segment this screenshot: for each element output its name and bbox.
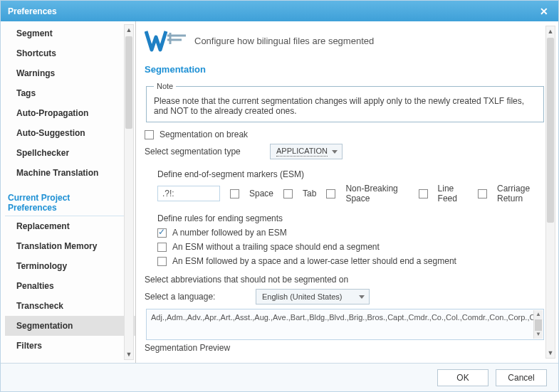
label-seg-on-break: Segmentation on break <box>160 129 248 139</box>
content-header: Configure how bilingual files are segmen… <box>145 26 545 60</box>
scroll-thumb[interactable] <box>535 319 542 331</box>
scroll-up-icon[interactable]: ▲ <box>125 25 133 35</box>
sidebar-item-shortcuts[interactable]: Shortcuts <box>5 43 135 63</box>
label-cr: Carriage Return <box>497 184 545 203</box>
wordfast-logo-icon <box>145 28 187 53</box>
rules-title: Define rules for ending segments <box>157 213 545 223</box>
ok-button[interactable]: OK <box>437 369 489 386</box>
scroll-down-icon[interactable]: ▼ <box>534 330 543 339</box>
sidebar-item-penalties[interactable]: Penalties <box>5 276 135 296</box>
row-rule-0: A number followed by an ESM <box>157 228 545 238</box>
sidebar-item-segment[interactable]: Segment <box>5 27 135 43</box>
sidebar-item-segmentation[interactable]: Segmentation <box>5 316 135 336</box>
checkbox-cr[interactable] <box>478 189 487 198</box>
sidebar-item-tags[interactable]: Tags <box>5 83 135 103</box>
label-rule-2: An ESM followed by a space and a lower-c… <box>172 256 456 266</box>
row-seg-on-break: Segmentation on break <box>145 129 545 139</box>
select-language[interactable]: English (United States) <box>256 289 370 304</box>
checkbox-seg-on-break[interactable] <box>145 130 154 139</box>
checkbox-space[interactable] <box>230 189 239 198</box>
note-text: Please note that the current segmentatio… <box>154 96 524 116</box>
row-rule-1: An ESM without a trailing space should e… <box>157 242 545 252</box>
abbr-title: Select abbreviations that should not be … <box>145 275 545 285</box>
abbreviations-text: Adj.,Adm.,Adv.,Apr.,Art.,Asst.,Aug.,Ave.… <box>151 312 539 323</box>
sidebar-item-spellchecker[interactable]: Spellchecker <box>5 143 135 163</box>
label-rule-0: A number followed by an ESM <box>172 228 287 238</box>
titlebar: Preferences ✕ <box>1 1 558 21</box>
label-tab: Tab <box>303 189 316 198</box>
sidebar-item-auto-propagation[interactable]: Auto-Propagation <box>5 103 135 123</box>
label-nbsp: Non-Breaking Space <box>345 184 408 203</box>
sidebar-item-transcheck[interactable]: Transcheck <box>5 296 135 316</box>
scroll-thumb[interactable] <box>547 38 554 223</box>
footer: OK Cancel <box>1 363 558 391</box>
label-preview: Segmentation Preview <box>145 343 230 353</box>
label-seg-type: Select segmentation type <box>145 147 244 157</box>
checkbox-tab[interactable] <box>283 189 293 198</box>
checkbox-rule-space-lowercase[interactable] <box>157 257 167 266</box>
checkbox-linefeed[interactable] <box>419 189 428 198</box>
sidebar-group-current-project: Current Project Preferences <box>5 189 127 216</box>
sidebar: Segment Shortcuts Warnings Tags Auto-Pro… <box>1 21 136 363</box>
sidebar-item-machine-translation[interactable]: Machine Translation <box>5 163 135 183</box>
checkbox-rule-number-esm[interactable] <box>157 228 167 238</box>
content-subtitle: Configure how bilingual files are segmen… <box>194 36 374 46</box>
scroll-thumb[interactable] <box>125 36 132 129</box>
checkbox-nbsp[interactable] <box>326 189 335 198</box>
sidebar-item-translation-memory[interactable]: Translation Memory <box>5 236 135 256</box>
section-title-segmentation: Segmentation <box>145 64 545 75</box>
row-rule-2: An ESM followed by a space and a lower-c… <box>157 256 545 266</box>
abbr-scrollbar[interactable]: ▲ ▼ <box>533 310 543 339</box>
scroll-down-icon[interactable]: ▼ <box>125 349 133 359</box>
row-language: Select a language: English (United State… <box>145 289 545 304</box>
label-space: Space <box>249 189 273 198</box>
label-language: Select a language: <box>145 292 230 302</box>
close-icon[interactable]: ✕ <box>537 6 551 17</box>
label-abbr-title: Select abbreviations that should not be … <box>145 275 348 285</box>
label-rule-1: An ESM without a trailing space should e… <box>172 242 380 252</box>
esm-title: Define end-of-segment markers (ESM) <box>157 169 545 179</box>
row-esm: Space Tab Non-Breaking Space Line Feed C… <box>157 184 545 203</box>
sidebar-scrollbar[interactable]: ▲ ▼ <box>124 24 134 360</box>
note-box: Note Please note that the current segmen… <box>146 82 544 122</box>
sidebar-item-replacement[interactable]: Replacement <box>5 216 135 236</box>
label-linefeed: Line Feed <box>438 184 468 203</box>
preferences-window: Preferences ✕ Segment Shortcuts Warnings… <box>0 0 559 392</box>
select-seg-type[interactable]: APPLICATION <box>270 144 343 159</box>
sidebar-item-filters[interactable]: Filters <box>5 336 135 356</box>
window-title: Preferences <box>8 6 537 16</box>
content: Configure how bilingual files are segmen… <box>136 21 558 363</box>
note-legend: Note <box>154 82 176 90</box>
scroll-down-icon[interactable]: ▼ <box>546 348 555 358</box>
scroll-up-icon[interactable]: ▲ <box>534 310 543 319</box>
sidebar-item-warnings[interactable]: Warnings <box>5 63 135 83</box>
sidebar-item-terminology[interactable]: Terminology <box>5 256 135 276</box>
checkbox-rule-no-trailing-space[interactable] <box>157 243 167 252</box>
sidebar-item-auto-suggestion[interactable]: Auto-Suggestion <box>5 123 135 143</box>
body: Segment Shortcuts Warnings Tags Auto-Pro… <box>1 21 558 363</box>
row-seg-type: Select segmentation type APPLICATION <box>145 144 545 159</box>
input-esm-chars[interactable] <box>157 186 220 201</box>
preview-title-row: Segmentation Preview <box>145 343 545 353</box>
scroll-up-icon[interactable]: ▲ <box>546 26 555 36</box>
abbreviations-list[interactable]: Adj.,Adm.,Adv.,Apr.,Art.,Asst.,Aug.,Ave.… <box>146 309 544 340</box>
content-scrollbar[interactable]: ▲ ▼ <box>545 26 555 359</box>
cancel-button[interactable]: Cancel <box>496 369 547 386</box>
